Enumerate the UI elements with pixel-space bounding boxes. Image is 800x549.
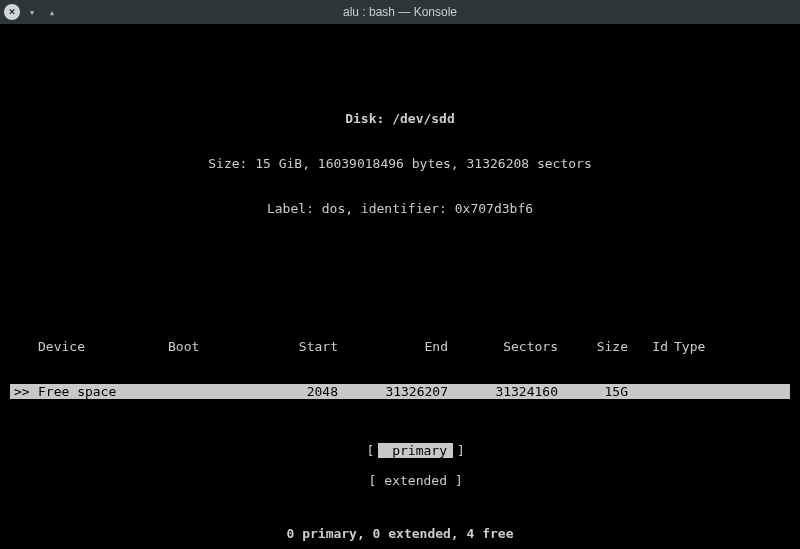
minimize-icon[interactable]: ▾ xyxy=(24,4,40,20)
row-pointer: >> xyxy=(14,384,38,399)
disk-header: Disk: /dev/sdd Size: 15 GiB, 16039018496… xyxy=(10,81,790,246)
partition-type-menu: [ primary] [extended] xyxy=(0,428,800,503)
disk-line-2: Size: 15 GiB, 16039018496 bytes, 3132620… xyxy=(10,156,790,171)
row-size: 15G xyxy=(558,384,628,399)
col-boot: Boot xyxy=(168,339,238,354)
col-sectors: Sectors xyxy=(448,339,558,354)
maximize-icon[interactable]: ▴ xyxy=(44,4,60,20)
menu-option-extended[interactable]: extended xyxy=(380,473,451,488)
bracket-close: ] xyxy=(453,443,469,458)
window-titlebar: × ▾ ▴ alu : bash — Konsole xyxy=(0,0,800,24)
bracket-open: [ xyxy=(363,443,379,458)
col-device: Device xyxy=(38,339,168,354)
row-end: 31326207 xyxy=(338,384,448,399)
col-start: Start xyxy=(238,339,338,354)
col-pointer xyxy=(14,339,38,354)
row-sectors: 31324160 xyxy=(448,384,558,399)
col-size: Size xyxy=(558,339,628,354)
col-end: End xyxy=(338,339,448,354)
col-type: Type xyxy=(668,339,786,354)
menu-option-primary[interactable]: primary xyxy=(378,443,453,458)
col-id: Id xyxy=(628,339,668,354)
row-device: Free space xyxy=(38,384,168,399)
table-header-row: Device Boot Start End Sectors Size Id Ty… xyxy=(10,339,790,354)
row-id xyxy=(628,384,668,399)
row-boot xyxy=(168,384,238,399)
partition-table: Device Boot Start End Sectors Size Id Ty… xyxy=(10,309,790,429)
table-row[interactable]: >> Free space 2048 31326207 31324160 15G xyxy=(10,384,790,399)
disk-line-1: Disk: /dev/sdd xyxy=(10,111,790,126)
bracket-close: ] xyxy=(451,473,467,488)
close-icon[interactable]: × xyxy=(4,4,20,20)
row-type xyxy=(668,384,786,399)
terminal[interactable]: Disk: /dev/sdd Size: 15 GiB, 16039018496… xyxy=(0,24,800,549)
row-start: 2048 xyxy=(238,384,338,399)
bracket-open: [ xyxy=(365,473,381,488)
status-line: 0 primary, 0 extended, 4 free xyxy=(0,526,800,541)
disk-line-3: Label: dos, identifier: 0x707d3bf6 xyxy=(10,201,790,216)
window-title: alu : bash — Konsole xyxy=(0,5,800,19)
